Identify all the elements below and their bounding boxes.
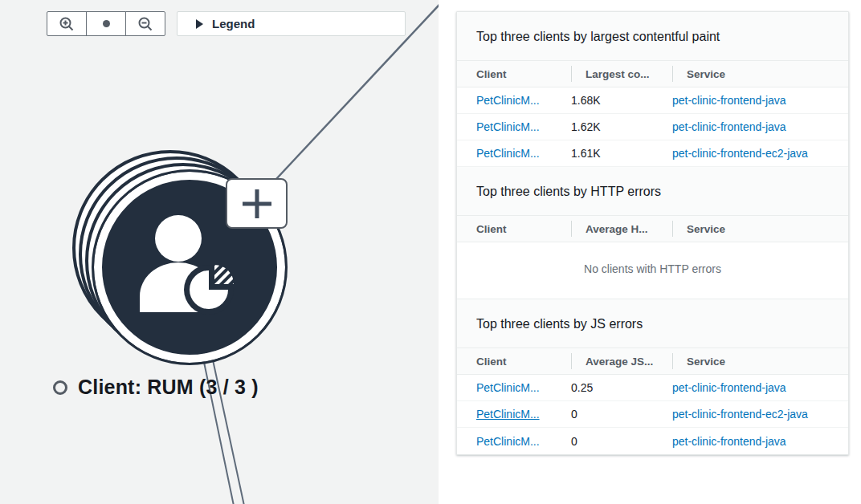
service-map-canvas[interactable]: Legend: [0, 0, 439, 504]
service-link[interactable]: pet-clinic-frontend-ec2-java: [658, 408, 829, 421]
table-row: PetClinicM... 0 pet-clinic-frontend-ec2-…: [457, 401, 848, 428]
metric-value: 0.25: [557, 381, 658, 394]
client-link[interactable]: PetClinicM...: [476, 381, 557, 394]
column-header-service: Service: [658, 348, 829, 374]
metric-value: 0: [557, 435, 658, 448]
service-link[interactable]: pet-clinic-frontend-java: [658, 94, 829, 107]
client-link[interactable]: PetClinicM...: [476, 94, 557, 107]
metric-value: 1.62K: [557, 120, 658, 133]
column-header-client: Client: [476, 216, 557, 242]
legend-label: Legend: [212, 17, 255, 30]
table-row: PetClinicM... 1.68K pet-clinic-frontend-…: [457, 87, 848, 114]
service-link[interactable]: pet-clinic-frontend-ec2-java: [658, 147, 829, 160]
details-panel: Top three clients by largest contentful …: [456, 11, 849, 455]
legend-button[interactable]: Legend: [177, 11, 406, 36]
client-link[interactable]: PetClinicM...: [476, 408, 557, 421]
table-row: PetClinicM... 1.61K pet-clinic-frontend-…: [457, 140, 848, 167]
chevron-right-icon: [196, 19, 203, 29]
metric-value: 0: [557, 408, 658, 421]
table-row: PetClinicM... 1.62K pet-clinic-frontend-…: [457, 114, 848, 140]
client-link[interactable]: PetClinicM...: [476, 120, 557, 133]
zoom-reset-button[interactable]: [86, 11, 126, 36]
metric-value: 1.68K: [557, 94, 658, 107]
column-header-metric: Average JS...: [557, 348, 658, 374]
node-label: Client: RUM (3 / 3 ): [53, 376, 259, 399]
column-header-metric: Average H...: [557, 216, 658, 242]
column-header-service: Service: [658, 216, 829, 242]
expand-node-button[interactable]: [226, 178, 288, 229]
map-zoom-toolbar: [47, 11, 165, 36]
service-link[interactable]: pet-clinic-frontend-java: [658, 435, 829, 448]
client-link[interactable]: PetClinicM...: [476, 147, 557, 160]
table-row: PetClinicM... 0.25 pet-clinic-frontend-j…: [457, 375, 848, 401]
dot-icon: [103, 20, 110, 27]
table-header: Client Largest co... Service: [457, 61, 848, 87]
client-link[interactable]: PetClinicM...: [476, 435, 557, 448]
section-title: Top three clients by largest contentful …: [457, 12, 848, 61]
table-row: PetClinicM... 0 pet-clinic-frontend-java: [457, 428, 848, 454]
client-legend-ring-icon: [53, 380, 67, 395]
service-link[interactable]: pet-clinic-frontend-java: [658, 381, 829, 394]
node-label-text: Client: RUM (3 / 3 ): [78, 376, 259, 399]
table-header: Client Average JS... Service: [457, 348, 848, 375]
plus-icon: [255, 189, 259, 218]
column-header-metric: Largest co...: [557, 61, 658, 87]
empty-table-message: No clients with HTTP errors: [457, 242, 848, 299]
column-header-client: Client: [476, 348, 557, 374]
zoom-in-button[interactable]: [47, 11, 87, 36]
magnifier-plus-icon: [59, 16, 75, 32]
section-title: Top three clients by JS errors: [457, 299, 848, 348]
zoom-out-button[interactable]: [125, 11, 165, 36]
metric-value: 1.61K: [557, 147, 658, 160]
service-link[interactable]: pet-clinic-frontend-java: [658, 120, 829, 133]
section-title: Top three clients by HTTP errors: [457, 167, 848, 216]
magnifier-minus-icon: [137, 16, 153, 32]
column-header-client: Client: [476, 61, 557, 87]
column-header-service: Service: [658, 61, 829, 87]
table-header: Client Average H... Service: [457, 216, 848, 242]
